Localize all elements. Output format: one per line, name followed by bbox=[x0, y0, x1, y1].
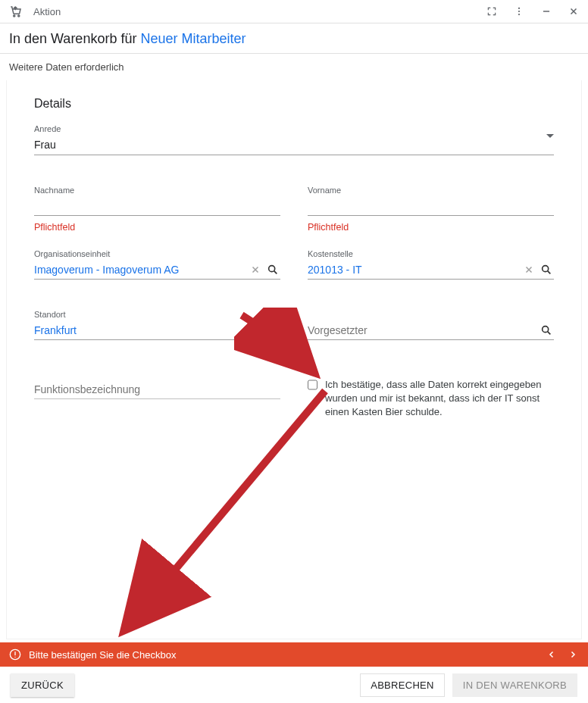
footer: ZURÜCK ABBRECHEN IN DEN WARENKORB bbox=[0, 667, 588, 703]
section-title: Details bbox=[34, 97, 554, 111]
window-title: Aktion bbox=[33, 6, 479, 17]
manager-placeholder: Vorgesetzter bbox=[308, 324, 536, 336]
costcenter-field: Kostenstelle 201013 - IT bbox=[308, 249, 554, 280]
confirm-field: Ich bestätige, dass alle Daten korrekt e… bbox=[308, 378, 554, 420]
firstname-field: Vorname Pflichtfeld bbox=[308, 186, 554, 233]
firstname-input[interactable] bbox=[308, 198, 554, 216]
header-target-link[interactable]: Neuer Mitarbeiter bbox=[140, 31, 246, 46]
manager-field: Vorgesetzter bbox=[308, 322, 554, 340]
manager-search-button[interactable] bbox=[539, 324, 554, 336]
orgunit-field: Organisationseinheit Imagoverum - Imagov… bbox=[34, 249, 280, 280]
page-header: In den Warenkorb für Neuer Mitarbeiter bbox=[0, 23, 588, 54]
svg-point-6 bbox=[543, 265, 549, 271]
svg-point-1 bbox=[18, 15, 20, 17]
error-next-button[interactable] bbox=[567, 650, 579, 659]
lastname-field: Nachname Pflichtfeld bbox=[34, 186, 280, 233]
orgunit-value: Imagoverum - Imagoverum AG bbox=[34, 264, 246, 276]
salutation-field: Anrede Frau bbox=[34, 124, 554, 155]
details-card: Details Anrede Frau Nachname Pflichtfeld… bbox=[6, 80, 582, 639]
chevron-down-icon bbox=[546, 138, 554, 152]
orgunit-label: Organisationseinheit bbox=[34, 249, 280, 258]
svg-rect-11 bbox=[14, 657, 15, 658]
location-field: Standort Frankfurt bbox=[34, 310, 280, 340]
back-button[interactable]: ZURÜCK bbox=[11, 673, 74, 697]
close-button[interactable] bbox=[567, 6, 580, 17]
location-picker[interactable]: Frankfurt bbox=[34, 322, 280, 340]
salutation-value: Frau bbox=[34, 139, 543, 151]
cart-icon bbox=[8, 5, 24, 18]
costcenter-clear-button[interactable] bbox=[522, 264, 536, 275]
costcenter-value: 201013 - IT bbox=[308, 264, 519, 276]
error-prev-button[interactable] bbox=[546, 650, 558, 659]
subheader: Weitere Daten erforderlich bbox=[0, 54, 588, 80]
costcenter-search-button[interactable] bbox=[539, 264, 554, 276]
jobtitle-input[interactable]: Funktionsbezeichnung bbox=[34, 381, 280, 399]
jobtitle-placeholder: Funktionsbezeichnung bbox=[34, 383, 280, 395]
location-clear-button[interactable] bbox=[249, 325, 262, 336]
location-label: Standort bbox=[34, 310, 280, 319]
location-value: Frankfurt bbox=[34, 324, 246, 336]
svg-point-5 bbox=[269, 265, 275, 271]
svg-point-2 bbox=[518, 8, 520, 9]
error-message: Bitte bestätigen Sie die Checkbox bbox=[29, 649, 538, 661]
lastname-input[interactable] bbox=[34, 198, 280, 216]
error-icon bbox=[9, 648, 21, 661]
svg-point-8 bbox=[543, 326, 549, 332]
fullscreen-button[interactable] bbox=[485, 6, 499, 17]
error-bar: Bitte bestätigen Sie die Checkbox bbox=[0, 642, 588, 667]
orgunit-clear-button[interactable] bbox=[249, 264, 262, 275]
more-menu-button[interactable] bbox=[512, 6, 526, 17]
svg-point-4 bbox=[518, 14, 520, 15]
costcenter-label: Kostenstelle bbox=[308, 249, 554, 258]
jobtitle-field: Funktionsbezeichnung bbox=[34, 381, 280, 420]
orgunit-search-button[interactable] bbox=[265, 264, 280, 276]
svg-point-0 bbox=[14, 15, 15, 17]
cancel-button[interactable]: ABBRECHEN bbox=[360, 673, 445, 697]
svg-point-3 bbox=[518, 11, 520, 12]
confirm-checkbox[interactable] bbox=[308, 380, 317, 390]
svg-point-7 bbox=[269, 326, 275, 332]
lastname-error: Pflichtfeld bbox=[34, 222, 280, 233]
salutation-label: Anrede bbox=[34, 124, 554, 133]
firstname-label: Vorname bbox=[308, 186, 554, 195]
manager-picker[interactable]: Vorgesetzter bbox=[308, 322, 554, 340]
window-titlebar: Aktion bbox=[0, 0, 588, 23]
costcenter-picker[interactable]: 201013 - IT bbox=[308, 261, 554, 280]
add-to-cart-button[interactable]: IN DEN WARENKORB bbox=[452, 673, 577, 697]
header-prefix: In den Warenkorb für bbox=[9, 31, 140, 46]
location-search-button[interactable] bbox=[265, 324, 280, 336]
salutation-select[interactable]: Frau bbox=[34, 136, 554, 155]
lastname-label: Nachname bbox=[34, 186, 280, 195]
orgunit-picker[interactable]: Imagoverum - Imagoverum AG bbox=[34, 261, 280, 280]
minimize-button[interactable] bbox=[540, 6, 553, 17]
svg-rect-10 bbox=[14, 651, 15, 655]
firstname-error: Pflichtfeld bbox=[308, 222, 554, 233]
confirm-label: Ich bestätige, dass alle Daten korrekt e… bbox=[325, 378, 554, 420]
